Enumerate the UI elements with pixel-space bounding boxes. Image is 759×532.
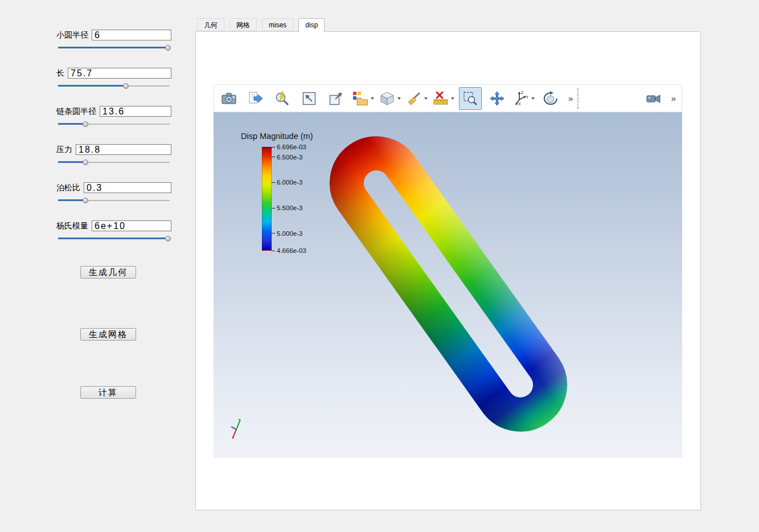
select-box-icon <box>301 91 317 107</box>
tab-mesh[interactable]: 网格 <box>229 18 257 31</box>
toolbar-separator <box>577 88 579 109</box>
axes-triad-icon: Z Y X <box>513 91 529 107</box>
zoom-select-icon <box>462 91 478 107</box>
youngs-modulus-slider[interactable] <box>58 235 170 242</box>
zoom-to-data-button[interactable] <box>271 87 294 110</box>
rotate-icon <box>543 91 559 107</box>
tab-geometry[interactable]: 几何 <box>197 18 224 31</box>
record-animation-button[interactable] <box>642 87 665 110</box>
slider-fill <box>58 161 86 163</box>
zoom-lightning-icon <box>274 91 290 107</box>
svg-text:X: X <box>518 102 521 106</box>
generate-mesh-button[interactable]: 生成网格 <box>80 328 136 341</box>
dropdown-arrow-icon[interactable] <box>371 97 374 100</box>
length-slider[interactable] <box>58 83 170 89</box>
param-row-length: 长 <box>56 68 171 89</box>
param-label: 杨氏模量 <box>56 221 88 231</box>
youngs-modulus-input[interactable] <box>92 220 171 231</box>
slider-handle[interactable] <box>165 45 171 51</box>
zoom-box-select-button[interactable] <box>459 87 482 110</box>
cube-icon <box>379 91 395 107</box>
colorbar-tick: 5.500e-3 <box>272 204 302 211</box>
application-window: 小圆半径 长 链条圆半径 <box>0 0 759 532</box>
poisson-ratio-slider[interactable] <box>58 197 170 204</box>
axes-orientation-button[interactable]: Z Y X <box>512 87 535 110</box>
small-circle-radius-input[interactable] <box>92 30 171 40</box>
ruler-remove-button[interactable] <box>432 87 455 110</box>
select-view-button[interactable] <box>298 87 321 110</box>
colorbar-title: Disp Magnitude (m) <box>241 132 313 141</box>
pan-view-button[interactable] <box>486 87 508 110</box>
toolbar-overflow-button[interactable]: » <box>566 93 575 103</box>
svg-text:Y: Y <box>526 95 529 99</box>
chain-circle-radius-slider[interactable] <box>58 121 170 128</box>
camera-icon <box>221 91 237 107</box>
param-row-poisson-ratio: 泊松比 <box>56 182 171 204</box>
slider-fill <box>58 85 126 87</box>
resize-box-icon <box>328 91 344 107</box>
screenshot-camera-button[interactable] <box>218 87 240 110</box>
colorbar-gradient[interactable] <box>262 147 272 251</box>
slider-fill <box>58 47 169 48</box>
param-label: 压力 <box>56 145 72 155</box>
clean-broom-button[interactable] <box>405 87 428 110</box>
length-input[interactable] <box>68 68 171 79</box>
slider-handle[interactable] <box>83 121 88 127</box>
small-circle-radius-slider[interactable] <box>58 44 170 51</box>
broom-icon <box>406 91 422 107</box>
colorbar-tick: 6.500e-3 <box>272 154 302 161</box>
generate-geometry-button[interactable]: 生成几何 <box>80 266 136 279</box>
colorbar-tick: 4.666e-03 <box>272 247 306 254</box>
pan-arrows-icon <box>489 91 505 107</box>
tab-mises[interactable]: mises <box>262 18 293 31</box>
param-row-small-circle-radius: 小圆半径 <box>56 30 171 51</box>
slider-fill <box>58 199 86 201</box>
svg-text:Z: Z <box>521 91 524 95</box>
param-label: 小圆半径 <box>56 30 88 40</box>
param-row-youngs-modulus: 杨氏模量 <box>56 220 171 242</box>
parameter-panel: 小圆半径 长 链条圆半径 <box>56 30 171 259</box>
slider-fill <box>58 238 169 239</box>
color-legend-button[interactable] <box>351 87 375 110</box>
colorbar-ticks: 6.696e-036.500e-36.000e-35.500e-35.000e-… <box>272 147 323 251</box>
slider-handle[interactable] <box>165 236 171 242</box>
orientation-axes-widget <box>231 419 240 439</box>
tab-content-panel: Z Y X » <box>195 31 701 510</box>
dropdown-arrow-icon[interactable] <box>531 97 535 100</box>
param-label: 长 <box>56 68 64 79</box>
param-label: 泊松比 <box>56 183 80 193</box>
toolbar-overflow-button-2[interactable]: » <box>669 93 678 103</box>
representation-button[interactable] <box>379 87 401 110</box>
tab-disp[interactable]: disp <box>298 18 325 32</box>
view-tabbar: 几何 网格 mises disp <box>197 18 330 32</box>
pressure-input[interactable] <box>76 144 171 155</box>
dropdown-arrow-icon[interactable] <box>451 97 454 100</box>
ruler-delete-icon <box>433 91 449 107</box>
export-icon <box>248 91 264 107</box>
param-row-chain-circle-radius: 链条圆半径 <box>56 106 171 128</box>
colorbar-tick: 5.000e-3 <box>272 230 302 237</box>
slider-handle[interactable] <box>123 83 129 89</box>
param-label: 链条圆半径 <box>56 107 96 117</box>
resize-view-button[interactable] <box>325 87 347 110</box>
render-toolbar: Z Y X » <box>214 84 682 112</box>
slider-handle[interactable] <box>83 159 88 165</box>
export-scene-button[interactable] <box>244 87 267 110</box>
render-viewport[interactable]: Disp Magnitude (m) 6.696e-036.500e-36.00… <box>214 112 682 458</box>
compute-button[interactable]: 计算 <box>80 386 136 399</box>
slider-handle[interactable] <box>83 198 88 203</box>
pressure-slider[interactable] <box>58 159 170 166</box>
dropdown-arrow-icon[interactable] <box>397 97 401 100</box>
color-legend-icon <box>352 91 368 107</box>
video-camera-icon <box>646 91 662 107</box>
dropdown-arrow-icon[interactable] <box>424 97 428 100</box>
poisson-ratio-input[interactable] <box>84 182 171 193</box>
chain-circle-radius-input[interactable] <box>100 106 171 117</box>
colorbar-tick: 6.000e-3 <box>272 179 302 186</box>
rotate-view-button[interactable] <box>539 87 562 110</box>
chain-link-model <box>347 153 550 414</box>
colorbar-tick: 6.696e-03 <box>272 144 306 150</box>
param-row-pressure: 压力 <box>56 144 171 166</box>
slider-fill <box>58 123 86 125</box>
